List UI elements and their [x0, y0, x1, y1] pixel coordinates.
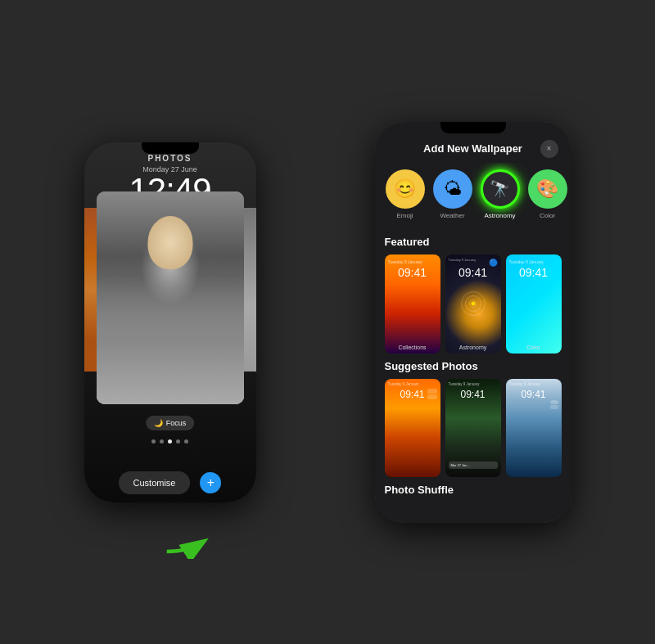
- widget1: [427, 389, 437, 394]
- photos-label: PHOTOS: [84, 154, 256, 163]
- close-button[interactable]: ×: [540, 140, 558, 158]
- dots: [84, 439, 256, 444]
- left-screen: PHOTOS Monday 27 June 12:49 🌙 Focus: [84, 142, 256, 502]
- weather-label: Weather: [440, 212, 464, 219]
- photo-shuffle-title: Photo Shuffle: [385, 484, 562, 496]
- dot-3: [168, 439, 172, 444]
- baby-face: [147, 216, 192, 269]
- photo3-date: Tuesday 9 January: [509, 382, 540, 386]
- suggested-title: Suggested Photos: [385, 360, 562, 372]
- featured-title: Featured: [385, 236, 562, 248]
- photo2-date: Tuesday 9 January: [449, 382, 480, 386]
- widget3: [550, 400, 558, 404]
- phone-right: Add New Wallpaper × 😊 Emoji 🌤 Weather 🔭: [375, 122, 571, 523]
- category-weather[interactable]: 🌤 Weather: [432, 169, 473, 223]
- widget2: [427, 394, 437, 399]
- dot-4: [176, 439, 180, 444]
- dot-2: [160, 439, 164, 444]
- weather-icon: 🌤: [433, 169, 472, 209]
- astronomy-label: Astronomy: [484, 212, 515, 219]
- collections-time: 09:41: [385, 266, 440, 279]
- focus-label: Focus: [166, 419, 187, 427]
- dot-1: [151, 439, 156, 444]
- photo3-time: 09:41: [506, 389, 562, 400]
- lock-screen: PHOTOS Monday 27 June 12:49 🌙 Focus: [84, 142, 256, 502]
- color-thumb-time: 09:41: [506, 266, 562, 279]
- baby-photo: [97, 191, 244, 404]
- widget4: [550, 405, 558, 409]
- scene: PHOTOS Monday 27 June 12:49 🌙 Focus: [0, 0, 655, 644]
- photo2-bg: Tuesday 9 January 09:41 Mar 27 Jan...: [445, 379, 501, 478]
- bottom-bar: Customise +: [119, 471, 222, 494]
- customise-button[interactable]: Customise: [119, 471, 191, 494]
- color-label: Color: [540, 212, 555, 219]
- photo2-thumb[interactable]: Tuesday 9 January 09:41 Mar 27 Jan...: [445, 379, 501, 478]
- color-thumb[interactable]: Tuesday 9 January 09:41 Color: [506, 254, 562, 354]
- photo3-widgets: [550, 400, 558, 409]
- featured-grid: Tuesday 9 January 09:41 Collections Tues…: [385, 254, 562, 354]
- collections-date: Tuesday 9 January: [388, 259, 437, 264]
- suggested-grid: Tuesday 9 January 09:41 Tuesday 9 Januar…: [385, 379, 562, 478]
- collections-bg: Tuesday 9 January 09:41 Collections: [385, 254, 440, 354]
- category-emoji[interactable]: 😊 Emoji: [385, 169, 426, 223]
- category-color[interactable]: 🎨 Color: [527, 169, 568, 223]
- focus-badge: 🌙 Focus: [146, 416, 195, 430]
- emoji-icon: 😊: [386, 169, 425, 209]
- astronomy-thumb[interactable]: Tuesday 9 January 🔵 09:41 Astronomy: [445, 254, 501, 354]
- astronomy-thumb-time: 09:41: [445, 266, 501, 279]
- picker-title: Add New Wallpaper: [406, 142, 540, 155]
- astronomy-bg: Tuesday 9 January 🔵 09:41 Astronomy: [445, 254, 501, 354]
- photo1-widgets: [427, 389, 437, 399]
- right-screen: Add New Wallpaper × 😊 Emoji 🌤 Weather 🔭: [375, 122, 571, 523]
- color-icon: 🎨: [528, 169, 567, 209]
- plus-button[interactable]: +: [200, 472, 221, 493]
- photo3-thumb[interactable]: Tuesday 9 January 09:41: [506, 379, 562, 478]
- color-thumb-date: Tuesday 9 January: [509, 259, 558, 264]
- photo2-time: 09:41: [445, 389, 501, 400]
- photo3-bg: Tuesday 9 January 09:41: [506, 379, 562, 478]
- left-notch: [142, 142, 199, 154]
- photo1-bg: Tuesday 9 January 09:41: [385, 379, 440, 478]
- phone-left: PHOTOS Monday 27 June 12:49 🌙 Focus: [84, 142, 256, 502]
- emoji-label: Emoji: [396, 212, 413, 219]
- astronomy-icon: 🔭: [481, 169, 520, 209]
- focus-icon: 🌙: [154, 419, 163, 427]
- color-label-thumb: Color: [506, 345, 562, 350]
- right-notch: [440, 122, 506, 133]
- photo1-thumb[interactable]: Tuesday 9 January 09:41: [385, 379, 440, 478]
- astronomy-label-thumb: Astronomy: [445, 345, 501, 350]
- collections-thumb[interactable]: Tuesday 9 January 09:41 Collections: [385, 254, 440, 354]
- color-bg: Tuesday 9 January 09:41 Color: [506, 254, 562, 354]
- green-arrow: [160, 526, 217, 562]
- picker-scroll[interactable]: Featured Tuesday 9 January 09:41 Collect…: [375, 229, 571, 523]
- dot-5: [184, 439, 188, 444]
- collections-label: Collections: [385, 345, 440, 350]
- photo1-date: Tuesday 9 January: [388, 382, 419, 386]
- category-row: 😊 Emoji 🌤 Weather 🔭 Astronomy 🎨 Color: [375, 163, 571, 229]
- category-astronomy[interactable]: 🔭 Astronomy: [480, 169, 521, 223]
